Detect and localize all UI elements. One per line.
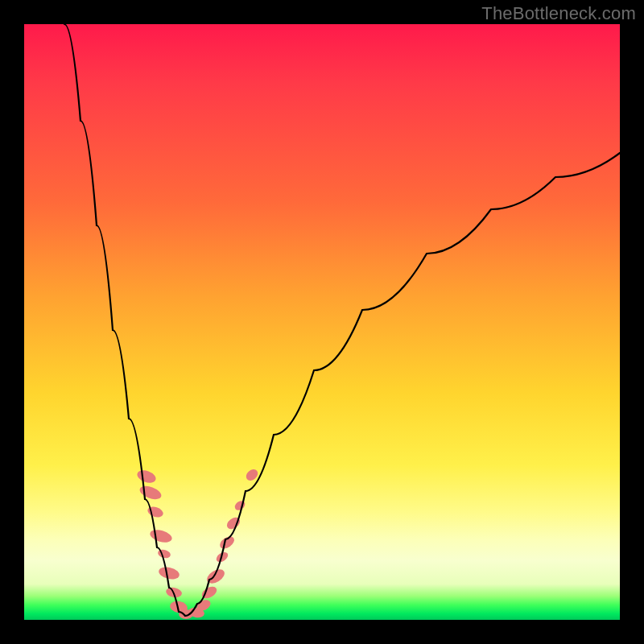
curve-left-branch [64,24,185,616]
bead-marker [149,527,174,544]
bead-group [135,467,260,619]
bead-marker [135,468,157,485]
bead-marker [157,548,171,559]
watermark-text: TheBottleneck.com [481,3,636,24]
chart-svg [24,24,620,620]
bead-marker [138,484,163,502]
bead-marker [233,499,246,512]
bead-marker [158,565,180,580]
plot-area [24,24,620,620]
bead-marker [147,505,165,519]
curve-right-branch [185,153,620,616]
chart-frame: TheBottleneck.com [0,0,644,644]
bead-marker [217,534,236,551]
